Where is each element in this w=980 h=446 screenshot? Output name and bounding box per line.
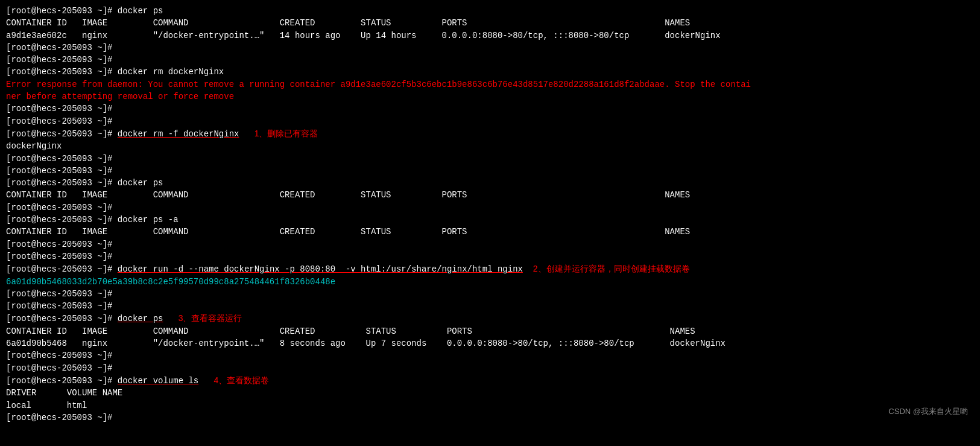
line-21: [root@hecs-205093 ~]# — [6, 250, 974, 263]
annotation-26: 3、查看容器运行 — [179, 313, 242, 323]
line-30: [root@hecs-205093 ~]# — [6, 362, 974, 374]
prompt-25: [root@hecs-205093 ~]# — [6, 301, 118, 311]
line-7: Error response from daemon: You cannot r… — [6, 78, 974, 91]
prompt-15: [root@hecs-205093 ~]# — [6, 178, 118, 188]
line-17: [root@hecs-205093 ~]# — [6, 202, 974, 214]
line-1: [root@hecs-205093 ~]# docker ps — [6, 5, 974, 17]
prompt-14: [root@hecs-205093 ~]# — [6, 166, 118, 176]
line-13: [root@hecs-205093 ~]# — [6, 153, 974, 165]
line-23: 6a01d90b5468033d2b70e5a39b8c8c2e5f99570d… — [6, 276, 974, 288]
terminal: [root@hecs-205093 ~]# docker ps CONTAINE… — [6, 5, 974, 424]
line-31: [root@hecs-205093 ~]# docker volume ls 4… — [6, 374, 974, 387]
cmd-18: docker ps -a — [118, 215, 179, 225]
line-14: [root@hecs-205093 ~]# — [6, 165, 974, 177]
line-18: [root@hecs-205093 ~]# docker ps -a — [6, 214, 974, 226]
line-3: a9d1e3ae602c nginx "/docker-entrypoint.…… — [6, 30, 974, 42]
prompt-34: [root@hecs-205093 ~]# — [6, 413, 118, 422]
annotation-11: 1、删除已有容器 — [254, 129, 318, 138]
csdn-watermark: CSDN @我来自火星哟 — [888, 406, 968, 418]
line-25: [root@hecs-205093 ~]# — [6, 300, 974, 312]
prompt-9: [root@hecs-205093 ~]# — [6, 104, 118, 113]
line-15: [root@hecs-205093 ~]# docker ps — [6, 177, 974, 189]
line-5: [root@hecs-205093 ~]# — [6, 54, 974, 66]
prompt-11: [root@hecs-205093 ~]# — [6, 129, 118, 139]
cmd-15: docker ps — [118, 178, 163, 188]
prompt-24: [root@hecs-205093 ~]# — [6, 289, 118, 299]
annotation-22: 2、创建并运行容器，同时创建挂载数据卷 — [533, 264, 690, 273]
line-19: CONTAINER ID IMAGE COMMAND CREATED STATU… — [6, 226, 974, 238]
line-12: dockerNginx — [6, 140, 974, 152]
prompt-10: [root@hecs-205093 ~]# — [6, 116, 118, 126]
prompt-20: [root@hecs-205093 ~]# — [6, 240, 118, 249]
line-9: [root@hecs-205093 ~]# — [6, 103, 974, 115]
cmd-31: docker volume ls — [118, 376, 198, 386]
cmd-11: docker rm -f dockerNginx — [118, 129, 239, 139]
prompt-4: [root@hecs-205093 ~]# — [6, 43, 118, 53]
line-4: [root@hecs-205093 ~]# — [6, 42, 974, 54]
prompt-31: [root@hecs-205093 ~]# — [6, 376, 118, 386]
line-2: CONTAINER ID IMAGE COMMAND CREATED STATU… — [6, 17, 974, 29]
prompt-22: [root@hecs-205093 ~]# — [6, 264, 118, 274]
line-24: [root@hecs-205093 ~]# — [6, 288, 974, 300]
cmd-26: docker ps — [118, 314, 163, 323]
line-10: [root@hecs-205093 ~]# — [6, 115, 974, 127]
line-11: [root@hecs-205093 ~]# docker rm -f docke… — [6, 127, 974, 140]
line-27: CONTAINER ID IMAGE COMMAND CREATED STATU… — [6, 325, 974, 337]
prompt-21: [root@hecs-205093 ~]# — [6, 252, 118, 261]
line-8: ner before attempting removal or force r… — [6, 91, 974, 103]
line-32: DRIVER VOLUME NAME — [6, 387, 974, 399]
prompt-1: [root@hecs-205093 ~]# — [6, 6, 118, 16]
prompt-29: [root@hecs-205093 ~]# — [6, 351, 118, 360]
cmd-22: docker run -d --name dockerNginx -p 8080… — [118, 264, 523, 274]
prompt-17: [root@hecs-205093 ~]# — [6, 203, 118, 212]
annotation-31: 4、查看数据卷 — [213, 375, 269, 385]
line-29: [root@hecs-205093 ~]# — [6, 349, 974, 362]
prompt-13: [root@hecs-205093 ~]# — [6, 154, 118, 164]
line-28: 6a01d90b5468 nginx "/docker-entrypoint.…… — [6, 337, 974, 349]
cmd-1: docker ps — [118, 6, 163, 16]
prompt-26: [root@hecs-205093 ~]# — [6, 314, 118, 323]
line-34: [root@hecs-205093 ~]# — [6, 412, 974, 424]
prompt-5: [root@hecs-205093 ~]# — [6, 55, 118, 65]
line-20: [root@hecs-205093 ~]# — [6, 238, 974, 250]
line-33: local html — [6, 400, 974, 412]
prompt-6: [root@hecs-205093 ~]# — [6, 67, 118, 77]
prompt-30: [root@hecs-205093 ~]# — [6, 363, 118, 373]
prompt-18: [root@hecs-205093 ~]# — [6, 215, 118, 225]
line-26: [root@hecs-205093 ~]# docker ps 3、查看容器运行 — [6, 312, 974, 325]
cmd-6: docker rm dockerNginx — [118, 67, 224, 77]
line-6: [root@hecs-205093 ~]# docker rm dockerNg… — [6, 66, 974, 78]
line-16: CONTAINER ID IMAGE COMMAND CREATED STATU… — [6, 189, 974, 201]
line-22: [root@hecs-205093 ~]# docker run -d --na… — [6, 263, 974, 275]
